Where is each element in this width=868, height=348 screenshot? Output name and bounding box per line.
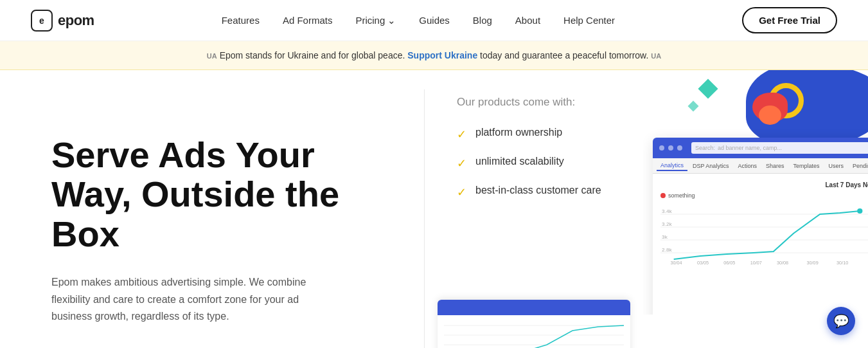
svg-text:30/10: 30/10 — [837, 261, 848, 266]
svg-point-8 — [857, 208, 862, 214]
logo-name: epom — [58, 12, 94, 29]
bottom-chart-svg: 30/04/2018 15/05/2018 08/06/2018 30/07/2… — [441, 319, 626, 348]
navbar: e epom Features Ad Formats Pricing ⌄ Gui… — [0, 0, 868, 41]
browser-search-text: Search: — [695, 145, 715, 151]
check-icon-1: ✓ — [457, 127, 466, 142]
nav-pricing[interactable]: Pricing ⌄ — [355, 15, 396, 26]
ua-tag-end: UA — [651, 52, 661, 60]
nav-about[interactable]: About — [515, 15, 540, 26]
ua-tag-start: UA — [207, 52, 217, 60]
browser-dot-1 — [659, 145, 664, 151]
legend-dot — [660, 193, 666, 198]
nav-blog[interactable]: Blog — [473, 15, 492, 26]
banner-text-after: today and guarantee a peaceful tomorrow. — [480, 50, 648, 60]
logo[interactable]: e epom — [31, 10, 94, 32]
browser-tab-users[interactable]: Users — [824, 161, 847, 170]
check-icon-2: ✓ — [457, 156, 466, 170]
browser-content: Last 7 Days Net something 3. — [653, 174, 868, 275]
browser-tabs: Analytics DSP Analytics Actions Shares T… — [653, 158, 868, 174]
nav-help-center[interactable]: Help Center — [563, 15, 615, 26]
svg-text:3k: 3k — [662, 234, 668, 240]
chart-title: Last 7 Days Net — [660, 181, 868, 188]
orange-blob-shape — [759, 105, 781, 125]
chevron-down-icon: ⌄ — [387, 15, 396, 26]
browser-tab-templates[interactable]: Templates — [789, 161, 823, 170]
browser-search-placeholder: ad banner name, camp... — [718, 145, 782, 151]
browser-tab-shares[interactable]: Shares — [762, 161, 788, 170]
browser-bar: Search: ad banner name, camp... — [653, 138, 868, 158]
feature-text-3: best-in-class customer care — [475, 185, 601, 196]
teal-diamond-shape — [698, 78, 718, 98]
browser-mockup: Search: ad banner name, camp... Analytic… — [653, 138, 868, 315]
feature-text-1: platform ownership — [475, 127, 562, 138]
right-section: Our products come with: ✓ platform owner… — [425, 70, 868, 348]
hero-title: Serve Ads Your Way, Outside the Box — [51, 135, 385, 254]
chart-svg: 3.4k 3.2k 3k 2.8k 30/04 03/05 06/05 — [660, 201, 868, 266]
bottom-screenshot-content: 30/04/2018 15/05/2018 08/06/2018 30/07/2… — [438, 315, 630, 348]
svg-text:30/04: 30/04 — [671, 261, 682, 266]
svg-text:10/07: 10/07 — [750, 261, 762, 266]
get-free-trial-button[interactable]: Get Free Trial — [742, 7, 837, 33]
browser-dot-3 — [677, 145, 682, 151]
logo-icon: e — [31, 10, 53, 32]
svg-text:06/05: 06/05 — [723, 261, 735, 266]
check-icon-3: ✓ — [457, 185, 466, 199]
small-diamond-shape — [688, 101, 699, 112]
browser-search-bar: Search: ad banner name, camp... — [691, 142, 868, 154]
screenshot-area: Search: ad banner name, camp... Analytic… — [643, 70, 868, 315]
legend-label: something — [668, 192, 695, 199]
nav-features[interactable]: Features — [222, 15, 260, 26]
feature-text-2: unlimited scalability — [475, 156, 564, 167]
main-content: Serve Ads Your Way, Outside the Box Epom… — [0, 70, 868, 348]
nav-ad-formats[interactable]: Ad Formats — [283, 15, 333, 26]
chart-area: Last 7 Days Net something 3. — [658, 179, 868, 270]
svg-text:3.4k: 3.4k — [662, 208, 673, 214]
chat-widget[interactable]: 💬 — [827, 307, 855, 335]
svg-text:30/09: 30/09 — [807, 261, 819, 266]
nav-links: Features Ad Formats Pricing ⌄ Guides Blo… — [222, 15, 615, 26]
browser-tab-pending-sites[interactable]: Pending Sites — [849, 161, 868, 170]
browser-tab-analytics[interactable]: Analytics — [657, 161, 687, 171]
browser-dot-2 — [668, 145, 673, 151]
browser-tab-actions[interactable]: Actions — [734, 161, 761, 170]
nav-guides[interactable]: Guides — [419, 15, 450, 26]
ukraine-banner: UA Epom stands for Ukraine and for globa… — [0, 41, 868, 70]
left-section: Serve Ads Your Way, Outside the Box Epom… — [0, 70, 424, 348]
svg-text:03/05: 03/05 — [697, 261, 709, 266]
svg-text:3.2k: 3.2k — [662, 221, 673, 227]
svg-text:30/08: 30/08 — [777, 261, 788, 266]
bottom-chart: 30/04/2018 15/05/2018 08/06/2018 30/07/2… — [441, 319, 626, 348]
bottom-screenshot-bar — [438, 300, 630, 315]
svg-text:2.8k: 2.8k — [662, 247, 673, 253]
support-ukraine-link[interactable]: Support Ukraine — [407, 50, 477, 60]
chat-icon: 💬 — [833, 313, 849, 329]
banner-text-before: Epom stands for Ukraine and for global p… — [220, 50, 405, 60]
bottom-screenshot: 30/04/2018 15/05/2018 08/06/2018 30/07/2… — [438, 300, 630, 348]
browser-tab-dsp[interactable]: DSP Analytics — [689, 161, 732, 170]
hero-description: Epom makes ambitious advertising simple.… — [51, 274, 321, 325]
chart-legend: something — [660, 192, 868, 199]
